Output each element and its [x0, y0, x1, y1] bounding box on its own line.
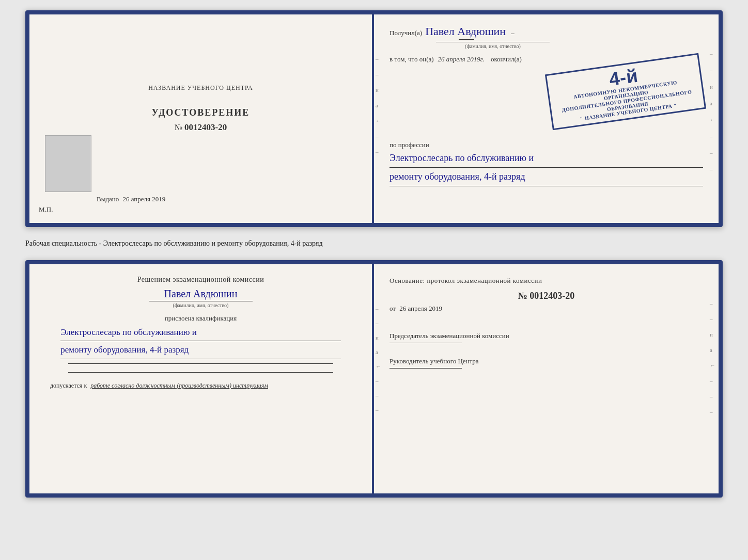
bottom-left-page: Решением экзаменационной комиссии Павел …	[29, 264, 374, 493]
director-signature-line	[389, 368, 462, 369]
date-handwritten: 26 апреля 2019г.	[438, 55, 485, 63]
top-document-spread: НАЗВАНИЕ УЧЕБНОГО ЦЕНТРА УДОСТОВЕРЕНИЕ №…	[25, 10, 723, 227]
chairman-signature-line	[389, 343, 462, 343]
profession-line1: Электрослесарь по обслуживанию и ремонту…	[389, 151, 703, 186]
bottom-document-spread: Решением экзаменационной комиссии Павел …	[25, 260, 723, 498]
institution-title: НАЗВАНИЕ УЧЕБНОГО ЦЕНТРА	[148, 84, 253, 92]
in-that-label: в том, что он(а)	[389, 55, 434, 63]
commission-title: Решением экзаменационной комиссии	[137, 276, 264, 284]
basis-number-prefix: №	[518, 291, 527, 301]
stamp-box: 4-й АВТОНОМНУЮ НЕКОММЕРЧЕСКУЮ ОРГАНИЗАЦИ…	[545, 53, 706, 131]
middle-caption: Рабочая специальность - Электрослесарь п…	[25, 236, 723, 251]
admission-text: работе согласно должностным (производств…	[90, 382, 268, 389]
cert-label: УДОСТОВЕРЕНИЕ	[152, 107, 250, 118]
admission-row: допускается к работе согласно должностны…	[50, 382, 268, 390]
admission-label: допускается к	[50, 382, 87, 389]
blank-line-2	[68, 372, 333, 373]
blank-line-1	[68, 363, 333, 364]
cert-number-prefix: №	[175, 123, 182, 132]
right-page-edge-chars: ––иа←–––	[710, 51, 715, 172]
qualification-line2: ремонту оборудования, 4-й разряд	[60, 343, 341, 359]
photo-placeholder	[45, 135, 91, 192]
basis-date-value: 26 апреля 2019	[399, 305, 442, 312]
assigned-label: присвоена квалификация	[165, 314, 237, 323]
issued-label: Выдано 26 апреля 2019	[97, 195, 165, 203]
chairman-section: Председатель экзаменационной комиссии	[389, 331, 703, 351]
cert-number: № 0012403-20	[175, 122, 227, 133]
issued-date: 26 апреля 2019	[123, 195, 166, 203]
chairman-label: Председатель экзаменационной комиссии	[389, 331, 703, 341]
middle-caption-text: Рабочая специальность - Электрослесарь п…	[25, 239, 323, 247]
mp-label: М.П.	[39, 205, 53, 214]
top-right-page: Получил(а) Павел Авдюшин – (фамилия, имя…	[374, 14, 719, 223]
commission-name: Павел Авдюшин	[164, 288, 238, 300]
director-label: Руководитель учебного Центра	[389, 357, 703, 366]
director-section: Руководитель учебного Центра	[389, 357, 703, 377]
qualification-text: Электрослесарь по обслуживанию и ремонту…	[60, 326, 341, 359]
qualification-line1: Электрослесарь по обслуживанию и	[60, 326, 341, 342]
top-left-page: НАЗВАНИЕ УЧЕБНОГО ЦЕНТРА УДОСТОВЕРЕНИЕ №…	[29, 14, 374, 223]
left-page-edge-chars: ––иа←–––	[376, 56, 381, 170]
basis-number-value: 0012403-20	[529, 291, 574, 301]
cert-number-value: 0012403-20	[184, 122, 227, 132]
finished-label: окончил(а)	[491, 55, 522, 63]
basis-date-row: от 26 апреля 2019	[389, 305, 703, 313]
fio-label-top: (фамилия, имя, отчество)	[436, 42, 550, 49]
profession-label: по профессии	[389, 141, 703, 149]
basis-number: № 0012403-20	[389, 291, 703, 301]
received-label: Получил(а)	[389, 29, 422, 37]
bottom-right-edge-chars: ––иа←–––	[710, 300, 715, 415]
bottom-right-page: Основание: протокол экзаменационной коми…	[374, 264, 719, 493]
commission-fio-label: (фамилия, имя, отчество)	[149, 301, 253, 308]
recipient-name: Павел Авдюшин	[425, 25, 506, 38]
profession-section: по профессии Электрослесарь по обслужива…	[389, 134, 703, 186]
basis-date-prefix: от	[389, 305, 396, 312]
received-row: Получил(а) Павел Авдюшин –	[389, 24, 703, 40]
basis-label: Основание: протокол экзаменационной коми…	[389, 276, 703, 286]
bottom-left-edge-chars: ––иа←–––	[376, 306, 381, 413]
